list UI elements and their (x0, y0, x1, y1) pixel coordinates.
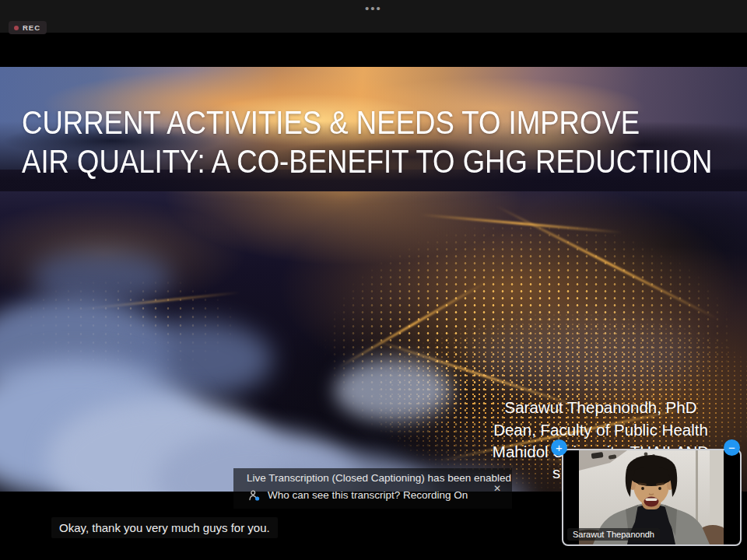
live-caption-text: Okay, thank you very much guys for you. (59, 521, 270, 534)
recording-indicator: REC (9, 21, 47, 34)
presentation-slide: CURRENT ACTIVITIES & NEEDS TO IMPROVE AI… (0, 67, 747, 492)
slide-cloud (31, 250, 171, 305)
window-menu-dots-icon[interactable]: ••• (0, 4, 747, 13)
recording-label: REC (23, 23, 40, 32)
slide-cloud (467, 320, 700, 390)
transcription-banner: Live Transcription (Closed Captioning) h… (233, 468, 512, 509)
self-view-video[interactable]: Sarawut Thepanondh (562, 449, 742, 546)
slide-title-line2: AIR QUALITY: A CO-BENEFIT TO GHG REDUCTI… (22, 142, 747, 180)
slide-title-line1: CURRENT ACTIVITIES & NEEDS TO IMPROVE (22, 103, 747, 142)
credit-partial-line: s (552, 464, 560, 482)
slide-title: CURRENT ACTIVITIES & NEEDS TO IMPROVE AI… (22, 103, 747, 180)
live-caption-bar: Okay, thank you very much guys for you. (51, 517, 278, 538)
participant-name-tag: Sarawut Thepanondh (567, 528, 660, 541)
transcription-detail-label: Who can see this transcript? Recording O… (268, 489, 468, 501)
meeting-window: ••• REC CURRENT ACTIVI (0, 0, 747, 560)
credit-name: Sarawut Thepanondh, PhD (465, 397, 736, 419)
thumbnail-minimize-button[interactable]: − (724, 439, 740, 456)
transcription-detail-link[interactable]: Who can see this transcript? Recording O… (249, 489, 468, 501)
slide-cloud (335, 359, 451, 422)
person-with-dot-icon (249, 490, 260, 501)
window-titlebar: ••• REC (0, 0, 747, 33)
credit-role: Dean, Faculty of Public Health (465, 419, 736, 442)
close-icon[interactable]: ✕ (493, 484, 501, 493)
transcription-message: Live Transcription (Closed Captioning) h… (247, 472, 511, 484)
thumbnail-enlarge-button[interactable]: + (551, 439, 567, 456)
recording-dot-icon (14, 26, 19, 30)
